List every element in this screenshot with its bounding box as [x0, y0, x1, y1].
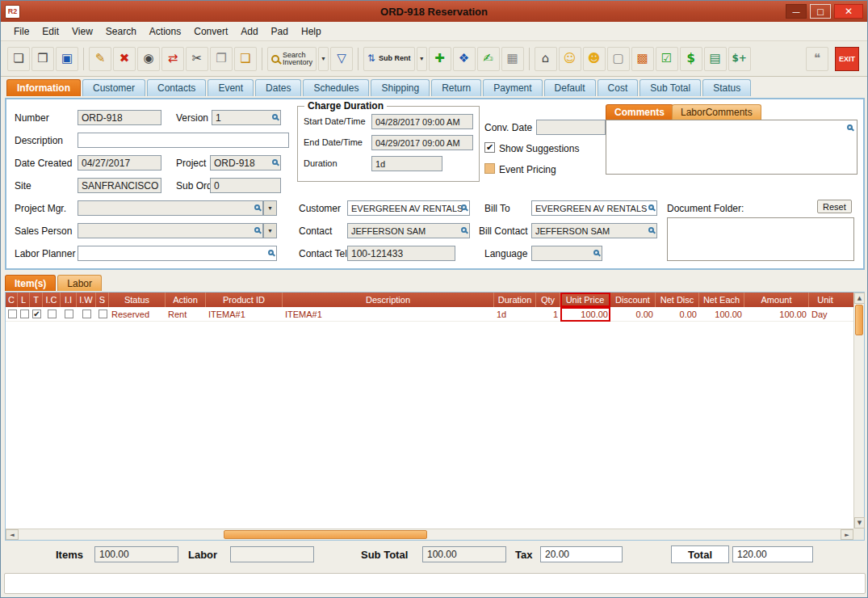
new-document-button[interactable]: ❏ [7, 47, 30, 71]
customer-field[interactable]: EVERGREEN AV RENTALS [347, 200, 470, 216]
customer-add-button[interactable]: ☻ [583, 47, 606, 71]
sales-person-dropdown[interactable]: ▼ [263, 223, 277, 238]
tab-return[interactable]: Return [431, 79, 481, 96]
tab-default[interactable]: Default [544, 79, 596, 96]
col-c[interactable]: C [6, 293, 18, 307]
site-field[interactable]: SANFRANCISCO [78, 178, 161, 193]
pad-button[interactable]: ▦ [501, 47, 524, 71]
col-net-each[interactable]: Net Each [699, 293, 744, 307]
customer-search-icon[interactable] [461, 204, 467, 210]
cell-unit-price[interactable]: 100.00 [560, 307, 610, 322]
project-mgr-search-icon[interactable] [254, 204, 260, 210]
minimize-button[interactable]: — [786, 4, 807, 19]
col-unit[interactable]: Unit [809, 293, 841, 307]
language-search-icon[interactable] [593, 250, 599, 255]
money-button[interactable]: ▤ [704, 47, 727, 71]
customer-button[interactable]: ☺ [559, 47, 581, 71]
labor-planner-field[interactable] [78, 246, 277, 261]
col-action[interactable]: Action [166, 293, 206, 307]
tab-dates[interactable]: Dates [255, 79, 301, 96]
col-s[interactable]: S [96, 293, 109, 307]
project-field[interactable]: ORD-918 [210, 155, 281, 171]
site-button[interactable]: ⌂ [535, 47, 557, 71]
sub-rent-dropdown[interactable]: ▼ [417, 47, 427, 71]
kit-button[interactable]: ❖ [453, 47, 476, 71]
transfer-button[interactable]: ⇄ [161, 47, 184, 71]
row-checkbox-l[interactable] [20, 310, 29, 318]
comments-box[interactable] [606, 120, 858, 175]
tab-shipping[interactable]: Shipping [371, 79, 430, 96]
language-field[interactable] [531, 246, 602, 261]
verify-button[interactable]: ☑ [656, 47, 678, 71]
exit-button[interactable]: EXIT [835, 47, 859, 71]
number-field[interactable]: ORD-918 [78, 110, 161, 125]
bill-contact-field[interactable]: JEFFERSON SAM [531, 223, 657, 238]
col-duration[interactable]: Duration [494, 293, 536, 307]
sub-rent-button[interactable]: ⇅ Sub Rent [363, 47, 415, 71]
find-button[interactable]: ◉ [137, 47, 160, 71]
scroll-down-button[interactable]: ▼ [854, 517, 865, 529]
duration-field[interactable]: 1d [371, 156, 442, 171]
col-description[interactable]: Description [283, 293, 494, 307]
col-qty[interactable]: Qty [536, 293, 560, 307]
contact-search-icon[interactable] [461, 227, 467, 233]
memo-button[interactable]: ✍ [477, 47, 500, 71]
version-field[interactable]: 1 [212, 110, 281, 125]
filter-button[interactable]: ▽ [330, 47, 353, 71]
col-t[interactable]: T [30, 293, 43, 307]
tab-labor-comments[interactable]: LaborComments [672, 104, 761, 120]
package-button[interactable]: ▢ [607, 47, 630, 71]
bill-to-search-icon[interactable] [648, 204, 654, 210]
scroll-right-button[interactable]: ► [841, 529, 853, 540]
money-add-button[interactable]: $+ [728, 47, 751, 71]
menu-file[interactable]: File [7, 24, 36, 39]
document-folder-box[interactable] [667, 217, 854, 261]
tab-event[interactable]: Event [208, 79, 254, 96]
sub-orders-field[interactable]: 0 [210, 178, 281, 193]
tab-schedules[interactable]: Schedules [303, 79, 369, 96]
project-search-icon[interactable] [272, 159, 278, 165]
col-l[interactable]: L [18, 293, 30, 307]
reset-button[interactable]: Reset [817, 200, 852, 213]
labor-planner-search-icon[interactable] [268, 250, 274, 255]
tab-contacts[interactable]: Contacts [147, 79, 206, 96]
sales-person-search-icon[interactable] [254, 227, 260, 233]
tab-comments[interactable]: Comments [606, 104, 673, 120]
row-checkbox-ic[interactable] [48, 310, 57, 318]
tab-payment[interactable]: Payment [483, 79, 542, 96]
tab-cost[interactable]: Cost [598, 79, 639, 96]
row-checkbox-s[interactable] [99, 310, 107, 318]
copy-button[interactable]: ❐ [210, 47, 233, 71]
menu-search[interactable]: Search [99, 24, 143, 39]
start-datetime-field[interactable]: 04/28/2017 09:00 AM [371, 114, 473, 129]
search-inventory-dropdown[interactable]: ▼ [318, 47, 329, 71]
col-iw[interactable]: I.W [77, 293, 96, 307]
table-row[interactable]: ✔ Reserved Rent ITEMA#1 ITEMA#1 1d 1 100… [6, 307, 853, 322]
title-bar[interactable]: ORD-918 Reservation R2 — □ ✕ [1, 1, 867, 22]
menu-actions[interactable]: Actions [143, 24, 187, 39]
contact-tel-field[interactable]: 100-121433 [347, 246, 455, 261]
inventory-cubes-button[interactable]: ▩ [631, 47, 654, 71]
tab-information[interactable]: Information [6, 79, 81, 96]
show-suggestions-checkbox[interactable]: ✔ [484, 142, 495, 153]
delete-button[interactable]: ✖ [113, 47, 136, 71]
col-net-disc[interactable]: Net Disc [656, 293, 699, 307]
comments-bubble-button[interactable]: ❝ [806, 47, 828, 71]
menu-pad[interactable]: Pad [265, 24, 295, 39]
col-amount[interactable]: Amount [744, 293, 809, 307]
menu-view[interactable]: View [65, 24, 99, 39]
sales-person-field[interactable] [78, 223, 263, 238]
col-discount[interactable]: Discount [610, 293, 656, 307]
bill-contact-search-icon[interactable] [648, 227, 654, 233]
date-created-field[interactable]: 04/27/2017 [78, 155, 161, 171]
bill-to-field[interactable]: EVERGREEN AV RENTALS [531, 200, 657, 216]
horizontal-scroll-thumb[interactable] [224, 530, 427, 539]
project-mgr-dropdown[interactable]: ▼ [263, 200, 277, 216]
menu-help[interactable]: Help [295, 24, 328, 39]
print-button[interactable]: ❒ [31, 47, 54, 71]
comments-search-icon[interactable] [847, 124, 853, 130]
tab-items[interactable]: Item(s) [5, 275, 56, 291]
menu-edit[interactable]: Edit [36, 24, 65, 39]
edit-button[interactable]: ✎ [89, 47, 111, 71]
tab-labor[interactable]: Labor [57, 275, 102, 291]
